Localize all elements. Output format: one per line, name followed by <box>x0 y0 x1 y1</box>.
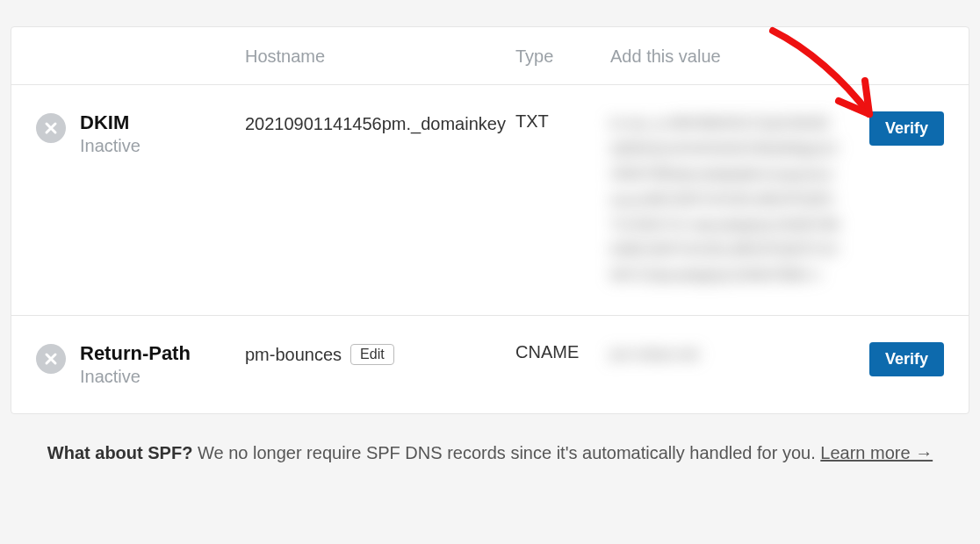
record-status: Inactive <box>80 367 191 387</box>
record-value: pm.mtasv.net <box>610 342 840 368</box>
record-value: k=rsa; p=MIGfMA0GCSqGSIb3DQEBAQUAA4GNADC… <box>610 111 840 289</box>
record-type: CNAME <box>515 342 603 362</box>
verify-button[interactable]: Verify <box>869 111 944 146</box>
learn-more-link[interactable]: Learn more → <box>820 443 933 462</box>
spf-lead: What about SPF? <box>47 443 193 462</box>
record-name: DKIM <box>80 111 141 134</box>
close-icon <box>36 113 66 143</box>
record-type: TXT <box>515 111 603 132</box>
table-row: Return-Path Inactive pm-bounces Edit CNA… <box>11 315 969 413</box>
close-icon <box>36 344 66 374</box>
record-hostname: 20210901141456pm._domainkey <box>245 111 508 136</box>
record-name-cell: Return-Path Inactive <box>36 342 238 387</box>
col-value: Add this value <box>610 47 840 67</box>
redacted-value: k=rsa; p=MIGfMA0GCSqGSIb3DQEBAQUAA4GNADC… <box>610 111 840 289</box>
record-hostname-text: pm-bounces <box>245 342 342 367</box>
record-name-cell: DKIM Inactive <box>36 111 238 156</box>
table-row: DKIM Inactive 20210901141456pm._domainke… <box>11 84 969 315</box>
record-name: Return-Path <box>80 342 191 365</box>
verify-button[interactable]: Verify <box>869 342 944 376</box>
col-type: Type <box>515 47 603 67</box>
record-hostname: pm-bounces Edit <box>245 342 508 367</box>
redacted-value: pm.mtasv.net <box>610 342 840 368</box>
table-header-row: Hostname Type Add this value <box>11 27 969 84</box>
spf-note: What about SPF? We no longer require SPF… <box>35 439 945 467</box>
dns-records-card: Hostname Type Add this value DKIM Inacti… <box>11 26 969 414</box>
col-hostname: Hostname <box>245 47 508 67</box>
spf-body: We no longer require SPF DNS records sin… <box>198 443 816 462</box>
record-status: Inactive <box>80 136 141 156</box>
edit-button[interactable]: Edit <box>350 344 394 365</box>
